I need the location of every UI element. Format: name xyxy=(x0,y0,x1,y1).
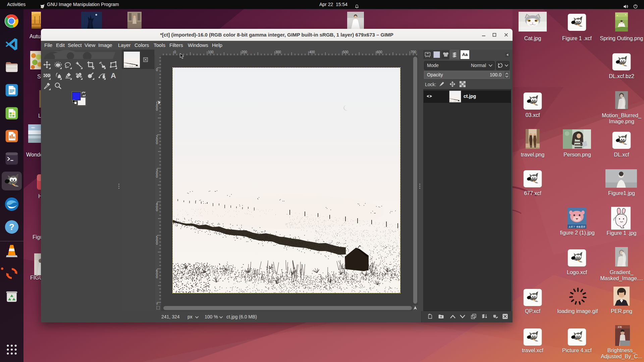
svg-text:400: 400 xyxy=(309,50,315,54)
svg-text:500: 500 xyxy=(343,50,348,54)
svg-text:0: 0 xyxy=(156,208,158,212)
svg-text:7: 7 xyxy=(156,303,158,305)
svg-text:0: 0 xyxy=(156,141,158,145)
svg-text:700: 700 xyxy=(411,50,416,54)
svg-text:600: 600 xyxy=(377,50,382,54)
svg-text:A: A xyxy=(111,71,116,79)
svg-text:?: ? xyxy=(9,222,14,232)
svg-text:300: 300 xyxy=(275,50,281,54)
svg-text:0: 0 xyxy=(156,108,158,111)
svg-text:FR: FR xyxy=(618,325,622,329)
svg-text:100: 100 xyxy=(208,50,214,54)
svg-text:0: 0 xyxy=(156,175,158,178)
svg-text:0: 0 xyxy=(156,242,158,245)
svg-text:太坏了 准备更坏: 太坏了 准备更坏 xyxy=(569,226,586,228)
svg-text:0: 0 xyxy=(156,275,158,279)
svg-text:0: 0 xyxy=(174,50,176,54)
svg-text:200: 200 xyxy=(241,50,247,54)
svg-text:0: 0 xyxy=(156,68,158,72)
